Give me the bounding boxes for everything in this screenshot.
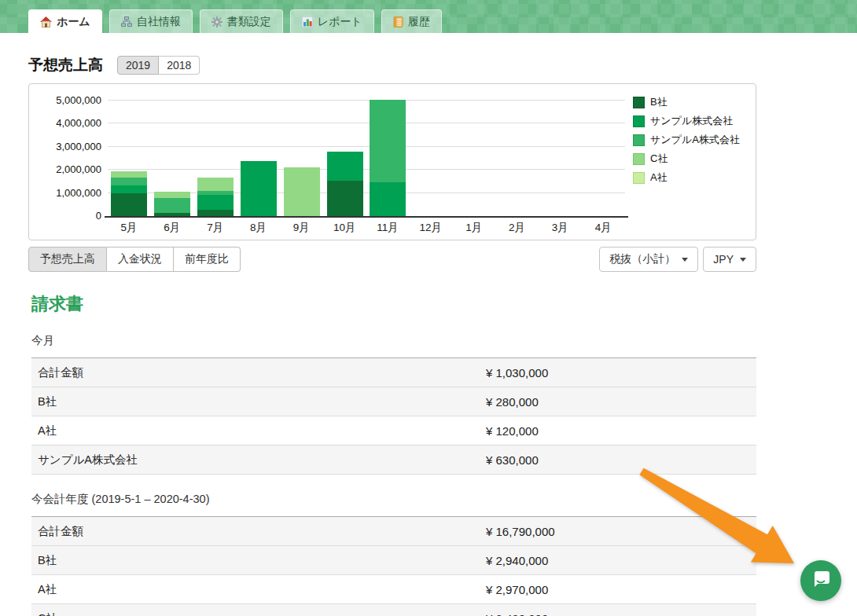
x-axis-tick-label: 3月: [539, 221, 581, 235]
x-axis-tick-label: 11月: [366, 221, 409, 235]
year-2018-button[interactable]: 2018: [159, 56, 200, 75]
fiscal-year-label: 今会計年度 (2019-5-1 – 2020-4-30): [31, 492, 829, 507]
legend-swatch: [633, 172, 645, 184]
tab-label: 自社情報: [137, 15, 181, 29]
legend-swatch: [633, 153, 645, 165]
tab-company-info[interactable]: 自社情報: [109, 9, 193, 33]
bar-segment-8月-サンプル株式会社: [241, 161, 277, 216]
tab-document-settings[interactable]: 書類設定: [200, 9, 283, 33]
table-row: B社¥ 280,000: [31, 387, 756, 416]
sales-chart: B社サンプル株式会社サンプルA株式会社C社A社 01,000,0002,000,…: [28, 83, 756, 240]
top-navbar: ホーム 自社情報 書類設定 レポート 履歴: [0, 0, 857, 33]
x-axis-tick-label: 7月: [194, 221, 237, 235]
x-axis-tick-label: 8月: [237, 221, 280, 235]
legend-label: サンプルA株式会社: [650, 133, 740, 147]
this-month-table: 合計金額¥ 1,030,000 B社¥ 280,000 A社¥ 120,000 …: [31, 358, 756, 475]
fiscal-year-table: 合計金額¥ 16,790,000 B社¥ 2,940,000 A社¥ 2,970…: [31, 516, 756, 616]
legend-label: B社: [650, 95, 668, 109]
table-row: A社¥ 2,970,000: [31, 575, 756, 604]
bar-chart-icon: [302, 16, 313, 28]
bar-segment-11月-サンプル株式会社: [370, 182, 406, 216]
bar-segment-6月-サンプルA株式会社: [154, 198, 190, 213]
y-axis-tick-label: 5,000,000: [29, 94, 101, 106]
y-axis-tick-label: 0: [29, 210, 101, 222]
chart-gridline: [108, 146, 625, 147]
table-row: 合計金額¥ 1,030,000: [31, 358, 756, 387]
gear-icon: [211, 16, 223, 28]
sales-header: 予想売上高 2019 2018: [28, 55, 829, 75]
legend-label: A社: [650, 170, 668, 185]
legend-item: A社: [633, 168, 740, 187]
currency-dropdown[interactable]: JPY: [703, 247, 756, 272]
bar-segment-5月-B社: [111, 193, 147, 216]
legend-item: サンプル株式会社: [633, 112, 740, 130]
legend-item: B社: [633, 93, 740, 112]
org-chart-icon: [121, 16, 132, 28]
chart-toolbar-right: 税抜（小計） JPY: [599, 247, 756, 272]
y-axis-tick-label: 4,000,000: [29, 117, 101, 129]
table-row: B社¥ 2,940,000: [31, 546, 756, 575]
bar-segment-5月-サンプル株式会社: [111, 185, 147, 193]
bar-segment-7月-サンプル株式会社: [197, 195, 234, 210]
this-month-label: 今月: [31, 333, 829, 348]
legend-swatch: [633, 97, 645, 108]
history-icon: [393, 16, 403, 28]
bar-segment-7月-サンプルA株式会社: [197, 191, 234, 195]
x-axis-tick-label: 12月: [410, 221, 452, 235]
chart-view-tabs: 予想売上高 入金状況 前年度比: [28, 247, 241, 272]
x-axis-tick-label: 1月: [453, 221, 495, 235]
legend-swatch: [633, 134, 645, 146]
tab-label: レポート: [318, 15, 362, 29]
x-axis-tick-label: 10月: [323, 221, 366, 235]
table-row: C社¥ 2,420,000: [31, 604, 756, 616]
x-axis-tick-label: 9月: [280, 221, 322, 235]
chart-legend: B社サンプル株式会社サンプルA株式会社C社A社: [633, 93, 740, 187]
bar-segment-5月-C社: [111, 171, 147, 178]
tab-label: 書類設定: [227, 15, 271, 29]
x-axis-tick-label: 4月: [582, 221, 624, 235]
invoice-section-title: 請求書: [31, 292, 829, 316]
tab-history[interactable]: 履歴: [381, 9, 442, 33]
x-axis-tick-label: 5月: [108, 221, 150, 235]
chart-gridline: [108, 100, 625, 101]
table-row: サンプルA株式会社¥ 630,000: [31, 446, 756, 475]
view-yoy-button[interactable]: 前年度比: [174, 247, 241, 272]
table-row: 合計金額¥ 16,790,000: [31, 517, 756, 546]
chevron-down-icon: [682, 258, 688, 262]
chat-button[interactable]: [800, 560, 841, 601]
legend-label: サンプル株式会社: [650, 114, 733, 128]
view-payment-status-button[interactable]: 入金状況: [107, 247, 174, 272]
bar-segment-9月-C社: [284, 167, 320, 216]
table-row: A社¥ 120,000: [31, 416, 756, 446]
x-axis-tick-label: 6月: [151, 221, 193, 235]
y-axis-tick-label: 3,000,000: [29, 141, 101, 152]
chart-x-axis: [105, 216, 628, 218]
legend-item: C社: [633, 149, 740, 168]
bar-segment-6月-B社: [154, 213, 190, 216]
bar-segment-5月-サンプルA株式会社: [111, 178, 147, 185]
legend-label: C社: [650, 152, 668, 166]
bar-segment-11月-サンプルA株式会社: [370, 100, 406, 182]
year-toggle: 2019 2018: [117, 56, 200, 75]
sales-title: 予想売上高: [28, 55, 103, 75]
view-sales-forecast-button[interactable]: 予想売上高: [28, 247, 107, 272]
legend-item: サンプルA株式会社: [633, 130, 740, 149]
x-axis-tick-label: 2月: [496, 221, 539, 235]
tab-report[interactable]: レポート: [290, 9, 374, 33]
chevron-down-icon: [740, 258, 746, 262]
chat-bubble-icon: [811, 569, 831, 592]
y-axis-tick-label: 2,000,000: [29, 163, 101, 175]
bar-segment-10月-サンプル株式会社: [327, 152, 363, 181]
chart-toolbar: 予想売上高 入金状況 前年度比 税抜（小計） JPY: [28, 247, 756, 272]
tab-label: ホーム: [57, 15, 90, 29]
tab-label: 履歴: [408, 15, 430, 29]
y-axis-tick-label: 1,000,000: [29, 187, 101, 199]
bar-segment-10月-B社: [327, 181, 363, 216]
tax-dropdown[interactable]: 税抜（小計）: [599, 247, 698, 272]
bar-segment-7月-B社: [197, 210, 234, 216]
chart-gridline: [108, 123, 625, 123]
year-2019-button[interactable]: 2019: [117, 56, 159, 75]
chart-gridline: [108, 169, 625, 170]
tab-home[interactable]: ホーム: [28, 9, 102, 33]
legend-swatch: [633, 116, 645, 127]
